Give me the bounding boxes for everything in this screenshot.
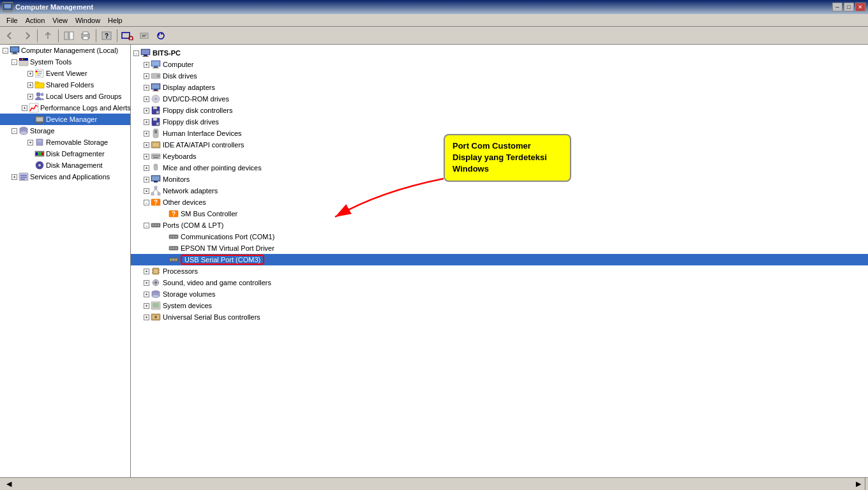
status-bar: ◀ ▶ bbox=[0, 477, 868, 490]
expand-perf[interactable]: + bbox=[22, 105, 27, 111]
svg-point-103 bbox=[153, 225, 154, 226]
tree-device-manager[interactable]: Device Manager bbox=[0, 114, 130, 125]
shared-folders-label: Shared Folders bbox=[46, 81, 94, 89]
device-network[interactable]: + Network adapters bbox=[131, 185, 868, 197]
device-system[interactable]: + System devices bbox=[131, 300, 868, 311]
expand-other[interactable]: - bbox=[144, 200, 149, 205]
tree-system-tools[interactable]: - System Tools bbox=[0, 56, 130, 68]
expand-mice[interactable]: + bbox=[144, 165, 149, 171]
dvd-label: DVD/CD-ROM drives bbox=[163, 95, 229, 103]
expand-bits-pc[interactable]: - bbox=[133, 50, 139, 56]
device-epson[interactable]: EPSON TM Virtual Port Driver bbox=[131, 242, 868, 254]
expand-event-viewer[interactable]: + bbox=[27, 71, 33, 77]
svg-rect-75 bbox=[153, 118, 157, 121]
expand-network[interactable]: + bbox=[144, 188, 149, 194]
expand-disk-drives[interactable]: + bbox=[144, 73, 149, 79]
maximize-button[interactable]: □ bbox=[844, 3, 854, 11]
device-disk-drives[interactable]: + Disk drives bbox=[131, 70, 868, 82]
update-button[interactable] bbox=[153, 29, 168, 43]
device-other[interactable]: - ? Other devices bbox=[131, 197, 868, 208]
help-button[interactable]: ? bbox=[99, 29, 114, 43]
svg-rect-60 bbox=[153, 68, 159, 68]
expand-floppy-ctrl[interactable]: + bbox=[144, 108, 149, 114]
tree-disk-mgmt[interactable]: Disk Management bbox=[0, 160, 130, 171]
device-floppy-ctrl[interactable]: + Floppy disk controllers bbox=[131, 105, 868, 116]
menu-help[interactable]: Help bbox=[104, 15, 126, 26]
expand-usb-ctrl[interactable]: + bbox=[144, 315, 149, 320]
menu-file[interactable]: File bbox=[3, 15, 22, 26]
expand-system[interactable]: + bbox=[144, 303, 149, 309]
device-usb-serial[interactable]: USB Serial Port (COM3) bbox=[131, 254, 868, 265]
tree-disk-defrag[interactable]: Disk Defragmenter bbox=[0, 148, 130, 160]
device-sm-bus[interactable]: ? SM Bus Controller bbox=[131, 208, 868, 219]
expand-local-users[interactable]: + bbox=[27, 94, 33, 100]
forward-button[interactable] bbox=[19, 29, 34, 43]
tree-event-viewer[interactable]: + Event Viewer bbox=[0, 68, 130, 79]
expand-storage[interactable]: - bbox=[11, 128, 17, 134]
hid-label: Human Interface Devices bbox=[163, 130, 242, 137]
device-ports[interactable]: - Ports (COM & LPT) bbox=[131, 219, 868, 231]
svg-rect-42 bbox=[38, 140, 41, 142]
expand-hid[interactable]: + bbox=[144, 131, 149, 137]
device-usb-ctrl[interactable]: + Universal Serial Bus controllers bbox=[131, 311, 868, 323]
expand-processors[interactable]: + bbox=[144, 269, 149, 274]
expand-monitors[interactable]: + bbox=[144, 177, 149, 182]
expand-services[interactable]: + bbox=[11, 174, 17, 180]
menu-action[interactable]: Action bbox=[22, 15, 49, 26]
title-bar: Computer Management – □ ✕ bbox=[0, 0, 868, 14]
svg-rect-45 bbox=[38, 152, 41, 155]
print-button[interactable] bbox=[78, 29, 93, 43]
tree-storage[interactable]: - Storage bbox=[0, 125, 130, 137]
computer-icon bbox=[151, 59, 161, 70]
expand-removable[interactable]: + bbox=[27, 140, 33, 145]
tree-local-users[interactable]: + Local Users and Groups bbox=[0, 91, 130, 102]
expand-storage-vol[interactable]: + bbox=[144, 292, 149, 297]
device-root[interactable]: - BITS-PC bbox=[131, 47, 868, 59]
expand-root[interactable]: - bbox=[3, 48, 8, 54]
show-hide-button[interactable] bbox=[61, 29, 77, 43]
status-scroll-right[interactable]: ▶ bbox=[856, 480, 861, 488]
expand-computer[interactable]: + bbox=[144, 62, 149, 68]
properties-button[interactable] bbox=[137, 29, 152, 43]
tree-root[interactable]: - Computer Management (Local) bbox=[0, 45, 130, 56]
tree-shared-folders[interactable]: + Shared Folders bbox=[0, 79, 130, 91]
menu-window[interactable]: Window bbox=[71, 15, 104, 26]
device-sound[interactable]: + Sound, video and game controllers bbox=[131, 277, 868, 288]
svg-point-24 bbox=[22, 59, 23, 60]
expand-system-tools[interactable]: - bbox=[11, 59, 17, 65]
scan-button[interactable] bbox=[120, 29, 135, 43]
system-devices-label: System devices bbox=[163, 302, 212, 309]
expand-floppy-drives[interactable]: + bbox=[144, 119, 149, 125]
device-com1[interactable]: Communications Port (COM1) bbox=[131, 231, 868, 242]
system-tools-label: System Tools bbox=[30, 58, 71, 66]
device-dvd[interactable]: + DVD/CD-ROM drives bbox=[131, 93, 868, 105]
sm-bus-icon: ? bbox=[168, 209, 179, 219]
tree-perf-logs[interactable]: + Performance Logs and Alerts bbox=[0, 102, 130, 114]
expand-shared[interactable]: + bbox=[27, 82, 33, 88]
device-computer[interactable]: + Computer bbox=[131, 59, 868, 70]
minimize-button[interactable]: – bbox=[832, 3, 842, 11]
expand-ide[interactable]: + bbox=[144, 142, 149, 148]
device-display-adapters[interactable]: + Display adapters bbox=[131, 82, 868, 93]
network-icon bbox=[151, 186, 161, 196]
menu-view[interactable]: View bbox=[49, 15, 71, 26]
expand-dvd[interactable]: + bbox=[144, 96, 149, 102]
expand-ports[interactable]: - bbox=[144, 223, 149, 228]
status-scroll-left[interactable]: ◀ bbox=[6, 480, 11, 488]
close-button[interactable]: ✕ bbox=[855, 3, 865, 11]
services-icon bbox=[19, 172, 29, 182]
tree-services[interactable]: + Services and Applications bbox=[0, 171, 130, 182]
svg-rect-18 bbox=[11, 47, 19, 52]
disk-mgmt-icon bbox=[34, 160, 45, 170]
removable-label: Removable Storage bbox=[46, 138, 108, 146]
device-floppy-drives[interactable]: + Floppy disk drives bbox=[131, 116, 868, 128]
expand-display[interactable]: + bbox=[144, 85, 149, 91]
back-button[interactable] bbox=[3, 29, 18, 43]
tree-removable[interactable]: + Removable Storage bbox=[0, 137, 130, 148]
expand-keyboards[interactable]: + bbox=[144, 154, 149, 160]
up-button[interactable] bbox=[40, 29, 56, 43]
device-processors[interactable]: + Processors bbox=[131, 265, 868, 277]
com1-label: Communications Port (COM1) bbox=[181, 233, 274, 241]
device-storage-vol[interactable]: + Storage volumes bbox=[131, 288, 868, 300]
expand-sound[interactable]: + bbox=[144, 280, 149, 286]
